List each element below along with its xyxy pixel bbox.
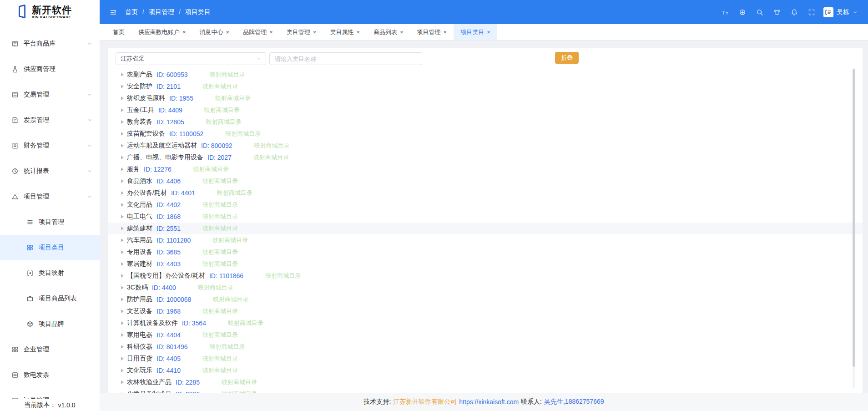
tree-row[interactable]: 防护用品 ID: 1000068 映射商城目录 bbox=[108, 294, 863, 305]
tab-close-icon[interactable]: × bbox=[313, 29, 317, 35]
project-select[interactable]: 江苏省采 bbox=[116, 52, 266, 65]
tree-row[interactable]: 文化玩乐 ID: 4410 映射商城目录 bbox=[108, 365, 863, 376]
sidebar-item[interactable]: 发票管理 bbox=[0, 107, 100, 133]
contact-link[interactable]: 吴先生,18862757669 bbox=[544, 398, 604, 406]
tab[interactable]: 供应商数电账户 × bbox=[131, 24, 193, 40]
caret-right-icon[interactable] bbox=[121, 167, 124, 171]
map-mall-catalog-link[interactable]: 映射商城目录 bbox=[193, 165, 229, 173]
sidebar-item[interactable]: 类目映射 bbox=[0, 260, 100, 286]
map-mall-catalog-link[interactable]: 映射商城目录 bbox=[202, 177, 238, 185]
tree-row[interactable]: 汽车用品 ID: 1101280 映射商城目录 bbox=[108, 234, 863, 246]
caret-right-icon[interactable] bbox=[121, 179, 124, 183]
sidebar-item[interactable]: 企业管理 bbox=[0, 337, 100, 362]
map-mall-catalog-link[interactable]: 映射商城目录 bbox=[204, 106, 240, 114]
tree-row[interactable]: 【国税专用】办公设备/耗材 ID: 1101866 映射商城目录 bbox=[108, 270, 863, 282]
map-mall-catalog-link[interactable]: 映射商城目录 bbox=[198, 284, 233, 292]
breadcrumb-item[interactable]: 项目类目 bbox=[174, 8, 211, 16]
tree-row[interactable]: 农副产品 ID: 600953 映射商城目录 bbox=[108, 69, 863, 81]
tree-row[interactable]: 3C数码 ID: 4400 映射商城目录 bbox=[108, 282, 863, 294]
tree-row[interactable]: 广播、电视、电影专用设备 ID: 2027 映射商城目录 bbox=[108, 152, 863, 163]
website-link[interactable]: https://xinkaisoft.com bbox=[459, 398, 519, 406]
tab[interactable]: 类目属性 × bbox=[323, 24, 367, 40]
sidebar-item[interactable]: 平台商品库 bbox=[0, 31, 100, 56]
tree-row[interactable]: 文化用品 ID: 4402 映射商城目录 bbox=[108, 199, 863, 211]
user-menu[interactable]: 吴栋 bbox=[823, 7, 858, 17]
tree-row[interactable]: 专用设备 ID: 3685 映射商城目录 bbox=[108, 246, 863, 258]
caret-right-icon[interactable] bbox=[121, 262, 124, 266]
scrollbar-track[interactable] bbox=[853, 68, 855, 388]
tree-row[interactable]: 服务 ID: 12276 映射商城目录 bbox=[108, 163, 863, 175]
tab-close-icon[interactable]: × bbox=[487, 29, 490, 35]
caret-right-icon[interactable] bbox=[121, 215, 124, 218]
sidebar-item[interactable]: 财务管理 bbox=[0, 133, 100, 158]
tree-row[interactable]: 电工电气 ID: 1868 映射商城目录 bbox=[108, 211, 863, 223]
tab[interactable]: 项目管理 × bbox=[410, 24, 454, 40]
scrollbar-thumb[interactable] bbox=[853, 69, 855, 367]
map-mall-catalog-link[interactable]: 映射商城目录 bbox=[213, 295, 248, 304]
notification-icon[interactable] bbox=[791, 9, 798, 16]
sidebar-item[interactable]: 项目品牌 bbox=[0, 311, 100, 337]
tab[interactable]: 项目类目 × bbox=[454, 24, 497, 40]
tree-row[interactable]: 疫苗配套设备 ID: 1100052 映射商城目录 bbox=[108, 128, 863, 140]
theme-icon[interactable] bbox=[773, 9, 781, 16]
caret-right-icon[interactable] bbox=[121, 381, 124, 384]
fullscreen-icon[interactable] bbox=[808, 9, 815, 16]
tree-row[interactable]: 化学品及制成品 ID: 2886 映射商城目录 bbox=[108, 388, 863, 393]
caret-right-icon[interactable] bbox=[121, 73, 124, 76]
caret-right-icon[interactable] bbox=[121, 144, 124, 147]
caret-right-icon[interactable] bbox=[121, 120, 124, 124]
collapse-sidebar-icon[interactable] bbox=[110, 9, 117, 16]
map-mall-catalog-link[interactable]: 映射商城目录 bbox=[265, 272, 301, 280]
tree-row[interactable]: 农林牧渔业产品 ID: 2285 映射商城目录 bbox=[108, 376, 863, 388]
tab-close-icon[interactable]: × bbox=[444, 29, 447, 35]
caret-right-icon[interactable] bbox=[121, 298, 124, 301]
company-link[interactable]: 江苏新开软件有限公司 bbox=[393, 398, 457, 406]
tree-row[interactable]: 纺织皮毛原料 ID: 1955 映射商城目录 bbox=[108, 92, 863, 104]
sidebar-item[interactable]: 交易管理 bbox=[0, 82, 100, 107]
tree-row[interactable]: 五金/工具 ID: 4409 映射商城目录 bbox=[108, 104, 863, 116]
tab-close-icon[interactable]: × bbox=[182, 29, 186, 35]
map-mall-catalog-link[interactable]: 映射商城目录 bbox=[215, 94, 251, 102]
caret-right-icon[interactable] bbox=[121, 85, 124, 88]
map-mall-catalog-link[interactable]: 映射商城目录 bbox=[253, 153, 289, 162]
locate-icon[interactable] bbox=[739, 9, 746, 16]
search-icon[interactable] bbox=[756, 9, 763, 16]
sidebar-item[interactable]: 统计报表 bbox=[0, 158, 100, 184]
sidebar-item[interactable]: 项目管理 bbox=[0, 184, 100, 209]
caret-right-icon[interactable] bbox=[121, 369, 124, 372]
map-mall-catalog-link[interactable]: 映射商城目录 bbox=[202, 366, 238, 375]
tab-close-icon[interactable]: × bbox=[226, 29, 230, 35]
tab[interactable]: 品牌管理 × bbox=[236, 24, 280, 40]
caret-right-icon[interactable] bbox=[121, 250, 124, 254]
caret-right-icon[interactable] bbox=[121, 227, 124, 230]
font-size-icon[interactable]: TT bbox=[722, 9, 729, 16]
map-mall-catalog-link[interactable]: 映射商城目录 bbox=[202, 248, 238, 256]
caret-right-icon[interactable] bbox=[121, 286, 124, 289]
caret-right-icon[interactable] bbox=[121, 333, 124, 337]
tree-row[interactable]: 运动车船及航空运动器材 ID: 800092 映射商城目录 bbox=[108, 140, 863, 152]
map-mall-catalog-link[interactable]: 映射商城目录 bbox=[202, 213, 238, 221]
caret-right-icon[interactable] bbox=[121, 132, 124, 136]
map-mall-catalog-link[interactable]: 映射商城目录 bbox=[222, 378, 257, 386]
tab[interactable]: 首页 × bbox=[106, 24, 131, 40]
caret-right-icon[interactable] bbox=[121, 310, 124, 313]
map-mall-catalog-link[interactable]: 映射商城目录 bbox=[254, 142, 290, 150]
breadcrumb-item[interactable]: 首页 bbox=[125, 8, 138, 16]
map-mall-catalog-link[interactable]: 映射商城目录 bbox=[228, 319, 263, 327]
tree-row[interactable]: 文艺设备 ID: 1968 映射商城目录 bbox=[108, 305, 863, 317]
caret-right-icon[interactable] bbox=[121, 345, 124, 349]
category-search-input[interactable] bbox=[269, 52, 422, 65]
map-mall-catalog-link[interactable]: 映射商城目录 bbox=[225, 130, 261, 138]
map-mall-catalog-link[interactable]: 映射商城目录 bbox=[210, 343, 245, 351]
tree-row[interactable]: 教育装备 ID: 12805 映射商城目录 bbox=[108, 116, 863, 128]
sidebar-item[interactable]: 项目商品列表 bbox=[0, 286, 100, 311]
breadcrumb-item[interactable]: 项目管理 bbox=[138, 8, 174, 16]
caret-right-icon[interactable] bbox=[121, 357, 124, 360]
tab-close-icon[interactable]: × bbox=[356, 29, 360, 35]
sidebar-item[interactable]: 供应商管理 bbox=[0, 56, 100, 82]
tab[interactable]: 商品列表 × bbox=[367, 24, 410, 40]
tree-row[interactable]: 建筑建材 ID: 2551 映射商城目录 bbox=[108, 223, 863, 234]
caret-right-icon[interactable] bbox=[121, 274, 124, 278]
tree-row[interactable]: 家居建材 ID: 4403 映射商城目录 bbox=[108, 258, 863, 270]
sidebar-item[interactable]: 项目类目 bbox=[0, 235, 100, 260]
